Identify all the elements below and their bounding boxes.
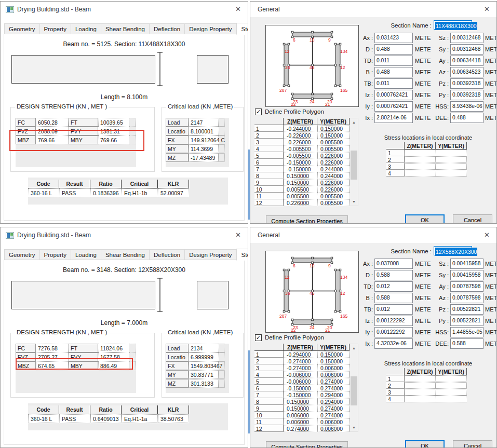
coord-cell[interactable]: -0.150000 bbox=[284, 391, 317, 398]
field-input-az[interactable]: 0.00787598 bbox=[450, 293, 483, 303]
field-input-az[interactable]: 0.00634523 bbox=[450, 67, 483, 77]
field-input-d[interactable]: 0.488 bbox=[374, 44, 413, 55]
close-icon[interactable]: ✕ bbox=[235, 5, 241, 13]
coord-cell[interactable]: -0.244000 bbox=[284, 125, 317, 132]
coord-cell[interactable]: -0.150000 bbox=[284, 159, 317, 166]
field-input-dee[interactable]: 0.488 bbox=[450, 113, 483, 123]
compute-section-properties-button[interactable]: Compute Section Properties bbox=[266, 441, 348, 448]
field-input-pz[interactable]: 0.00522821 bbox=[450, 304, 483, 315]
scroll-down-icon[interactable] bbox=[350, 424, 358, 431]
coord-cell[interactable]: 0.005500 bbox=[284, 193, 317, 199]
coord-cell[interactable] bbox=[436, 396, 467, 402]
coord-cell[interactable] bbox=[405, 156, 436, 163]
coord-cell[interactable]: 0.274000 bbox=[317, 412, 350, 418]
coord-cell[interactable]: 0.274000 bbox=[317, 378, 350, 385]
coord-cell[interactable]: 0.150000 bbox=[317, 351, 350, 358]
field-input-ax[interactable]: 0.037008 bbox=[374, 259, 413, 269]
coord-cell[interactable]: 0.226000 bbox=[317, 152, 350, 159]
coord-cell[interactable]: 0.006000 bbox=[317, 364, 350, 371]
coord-cell[interactable]: 0.006000 bbox=[317, 418, 350, 425]
coord-cell[interactable]: 0.226000 bbox=[317, 159, 350, 166]
field-input-sz[interactable]: 0.00312468 bbox=[450, 33, 483, 43]
coord-cell[interactable] bbox=[405, 382, 436, 389]
field-input-iz[interactable]: 0.000762421 bbox=[374, 90, 413, 100]
field-input-td[interactable]: 0.011 bbox=[374, 56, 413, 66]
tab-shear-bending[interactable]: Shear Bending bbox=[101, 23, 150, 34]
coord-cell[interactable]: 0.005500 bbox=[317, 199, 350, 206]
field-input-sy[interactable]: 0.00312468 bbox=[450, 44, 483, 55]
coord-cell[interactable]: 0.226000 bbox=[317, 186, 350, 193]
coord-cell[interactable]: -0.294000 bbox=[284, 351, 317, 358]
field-input-pz[interactable]: 0.00392318 bbox=[450, 78, 483, 89]
coord-cell[interactable]: -0.005500 bbox=[284, 145, 317, 152]
coord-cell[interactable] bbox=[436, 375, 467, 382]
coord-cell[interactable]: -0.274000 bbox=[284, 364, 317, 371]
field-input-tb[interactable]: 0.011 bbox=[374, 78, 413, 89]
tab-property[interactable]: Property bbox=[39, 249, 71, 260]
coord-cell[interactable] bbox=[436, 170, 467, 177]
field-input-b[interactable]: 0.488 bbox=[374, 67, 413, 77]
coord-cell[interactable]: 0.150000 bbox=[284, 398, 317, 405]
field-input-ix[interactable]: 4.32032e-06 bbox=[374, 338, 413, 349]
coord-cell[interactable]: 0.244000 bbox=[317, 166, 350, 172]
field-input-ix[interactable]: 2.80214e-06 bbox=[374, 113, 413, 123]
field-input-d[interactable]: 0.588 bbox=[374, 270, 413, 280]
table-scrollbar[interactable] bbox=[350, 118, 358, 206]
coord-cell[interactable] bbox=[405, 163, 436, 170]
coord-cell[interactable]: 0.006000 bbox=[284, 418, 317, 425]
coord-cell[interactable]: 0.294000 bbox=[317, 391, 350, 398]
coord-cell[interactable]: 0.006000 bbox=[317, 425, 350, 432]
scroll-up-icon[interactable] bbox=[350, 344, 358, 352]
tab-geometry[interactable]: Geometry bbox=[4, 249, 40, 260]
field-input-ax[interactable]: 0.031423 bbox=[374, 33, 413, 43]
field-input-iy[interactable]: 0.000762421 bbox=[374, 101, 413, 112]
titlebar[interactable]: Drying Building.std - Beam ✕ bbox=[1, 2, 248, 17]
tab-design-property[interactable]: Design Property bbox=[184, 23, 236, 34]
define-profile-polygon-checkbox[interactable] bbox=[255, 334, 262, 341]
field-input-py[interactable]: 0.00392318 bbox=[450, 90, 483, 100]
table-scrollbar[interactable] bbox=[350, 344, 358, 432]
coord-cell[interactable]: 0.150000 bbox=[284, 405, 317, 412]
tab-deflection[interactable]: Deflection bbox=[149, 249, 185, 260]
coord-cell[interactable]: 0.294000 bbox=[317, 398, 350, 405]
coord-cell[interactable]: -0.226000 bbox=[284, 132, 317, 139]
coord-cell[interactable]: 0.244000 bbox=[317, 172, 350, 179]
close-icon[interactable]: ✕ bbox=[235, 231, 241, 239]
titlebar[interactable]: Drying Building.std - Beam ✕ bbox=[1, 227, 248, 243]
coord-cell[interactable]: 0.150000 bbox=[317, 132, 350, 139]
field-input-sz[interactable]: 0.00415958 bbox=[450, 259, 483, 269]
field-input-dee[interactable]: 0.588 bbox=[450, 338, 483, 349]
coord-cell[interactable]: -0.005500 bbox=[284, 152, 317, 159]
coord-cell[interactable]: -0.226000 bbox=[284, 139, 317, 145]
scroll-thumb[interactable] bbox=[351, 376, 357, 405]
field-input-sy[interactable]: 0.00415958 bbox=[450, 270, 483, 280]
coord-cell[interactable] bbox=[405, 170, 436, 177]
coord-cell[interactable]: 0.005500 bbox=[284, 186, 317, 193]
scroll-down-icon[interactable] bbox=[350, 198, 358, 206]
coord-cell[interactable]: 0.274000 bbox=[317, 385, 350, 391]
coord-cell[interactable] bbox=[436, 156, 467, 163]
coord-cell[interactable]: 0.006000 bbox=[284, 412, 317, 418]
field-input-tb[interactable]: 0.012 bbox=[374, 304, 413, 315]
cancel-button[interactable]: Cancel bbox=[453, 214, 492, 224]
tab-shear-bending[interactable]: Shear Bending bbox=[101, 249, 150, 260]
coord-cell[interactable]: 0.274000 bbox=[284, 425, 317, 432]
coord-cell[interactable]: 0.006000 bbox=[317, 371, 350, 378]
tab-design-property[interactable]: Design Property bbox=[184, 249, 236, 260]
coord-cell[interactable]: 0.005500 bbox=[317, 139, 350, 145]
coord-cell[interactable]: -0.274000 bbox=[284, 358, 317, 364]
coord-cell[interactable] bbox=[436, 389, 467, 396]
field-input-py[interactable]: 0.00522821 bbox=[450, 316, 483, 326]
compute-section-properties-button[interactable]: Compute Section Properties bbox=[266, 215, 348, 224]
coord-cell[interactable]: 0.150000 bbox=[317, 358, 350, 364]
coord-cell[interactable]: -0.150000 bbox=[284, 385, 317, 391]
coord-cell[interactable]: -0.006000 bbox=[284, 371, 317, 378]
scroll-thumb[interactable] bbox=[351, 151, 357, 180]
coord-cell[interactable]: 0.150000 bbox=[284, 179, 317, 186]
coord-cell[interactable] bbox=[436, 163, 467, 170]
coord-cell[interactable] bbox=[405, 389, 436, 396]
field-input-hss[interactable]: 1.44855e-05 bbox=[450, 327, 483, 337]
field-input-hss[interactable]: 8.93438e-06 bbox=[450, 101, 483, 112]
coord-cell[interactable]: 0.226000 bbox=[284, 199, 317, 206]
field-input-iz[interactable]: 0.00122292 bbox=[374, 316, 413, 326]
